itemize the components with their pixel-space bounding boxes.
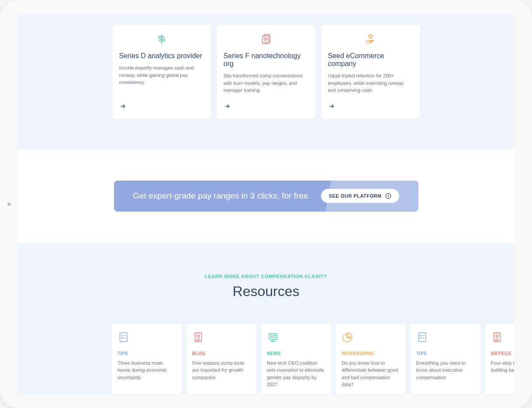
resources-eyebrow: LEARN MORE ABOUT COMPENSATION CLARITY	[17, 274, 515, 279]
doc-icon	[491, 331, 515, 344]
svg-rect-8	[273, 335, 276, 338]
case-study-title: Series D analytics provider	[119, 52, 204, 60]
arrow-right-icon	[119, 103, 126, 110]
resource-card[interactable]: NEWS New tech CEO coalition sets moonsho…	[261, 324, 331, 394]
case-study-title: Seed eCommerce company	[328, 52, 413, 68]
case-study-card[interactable]: Series F nanotechnology org Sila transfo…	[217, 25, 315, 119]
resource-category: TIPS	[416, 351, 475, 356]
resource-cards-row: TIPS Three business must-haves during ec…	[17, 324, 515, 394]
doc-icon	[192, 331, 251, 344]
resource-category: NEWS	[267, 351, 325, 356]
device-frame: Series D analytics provider Incorta expe…	[0, 0, 532, 408]
resources-heading: Resources	[17, 283, 515, 300]
resource-category: BLOG	[192, 351, 251, 356]
resource-title: Do you know how to differentiate between…	[342, 359, 400, 388]
home-button-icon	[7, 202, 11, 206]
arrow-link[interactable]	[328, 103, 413, 112]
case-study-desc: Uqual tripled retention for 200+ employe…	[328, 72, 413, 94]
svg-point-6	[197, 335, 200, 337]
resource-category: ARTICLE	[491, 351, 515, 356]
case-study-card[interactable]: Series D analytics provider Incorta expe…	[113, 25, 211, 119]
resource-title: Five reasons comp tools are important fo…	[192, 359, 251, 388]
arrow-link[interactable]	[224, 103, 309, 112]
resource-title: Four-step co checklist for building bad	[491, 359, 515, 388]
case-study-card[interactable]: Seed eCommerce company Uqual tripled ret…	[321, 25, 420, 119]
checklist-icon	[117, 331, 176, 344]
case-study-desc: Sila transformed comp conversations with…	[224, 72, 309, 94]
resources-section: LEARN MORE ABOUT COMPENSATION CLARITY Re…	[17, 243, 515, 394]
screen: Series D analytics provider Incorta expe…	[17, 14, 515, 394]
case-study-row: Series D analytics provider Incorta expe…	[17, 25, 515, 119]
svg-rect-9	[419, 332, 426, 342]
cta-section: Get expert-grade pay ranges in 3 clicks,…	[17, 149, 515, 243]
resource-category: INFOGRAPHIC	[342, 351, 400, 356]
svg-rect-4	[120, 332, 128, 342]
svg-point-11	[496, 335, 498, 337]
resource-card[interactable]: BLOG Five reasons comp tools are importa…	[187, 324, 256, 394]
arrow-circle-right-icon	[385, 193, 391, 199]
resource-title: New tech CEO coalition sets moonshot to …	[267, 359, 325, 388]
checklist-icon	[416, 331, 475, 344]
arrow-right-icon	[224, 103, 231, 110]
case-study-title: Series F nanotechnology org	[224, 52, 309, 68]
resource-card[interactable]: TIPS Three business must-haves during ec…	[112, 324, 182, 394]
arrow-right-icon	[328, 103, 335, 110]
signpost-icon	[119, 33, 204, 46]
resource-category: TIPS	[117, 351, 176, 356]
hand-star-icon	[328, 33, 413, 46]
see-platform-button[interactable]: SEE OUR PLATFORM	[321, 189, 399, 203]
news-icon	[267, 331, 325, 344]
resource-title: Three business must-haves during economi…	[117, 359, 176, 388]
case-study-desc: Incorta expertly manages cash and runway…	[119, 64, 204, 94]
cta-text: Get expert-grade pay ranges in 3 clicks,…	[133, 191, 311, 201]
resource-title: Everything you need to know about execut…	[416, 359, 475, 388]
case-study-section: Series D analytics provider Incorta expe…	[17, 14, 515, 149]
arrow-link[interactable]	[119, 103, 204, 112]
cta-button-label: SEE OUR PLATFORM	[329, 193, 382, 199]
resource-card[interactable]: TIPS Everything you need to know about e…	[411, 324, 480, 394]
document-icon	[224, 33, 309, 46]
resource-card[interactable]: INFOGRAPHIC Do you know how to different…	[336, 324, 406, 394]
pie-icon	[342, 331, 400, 344]
svg-point-3	[386, 193, 391, 199]
cta-banner: Get expert-grade pay ranges in 3 clicks,…	[114, 181, 418, 212]
resource-card[interactable]: ARTICLE Four-step co checklist for build…	[485, 324, 515, 394]
